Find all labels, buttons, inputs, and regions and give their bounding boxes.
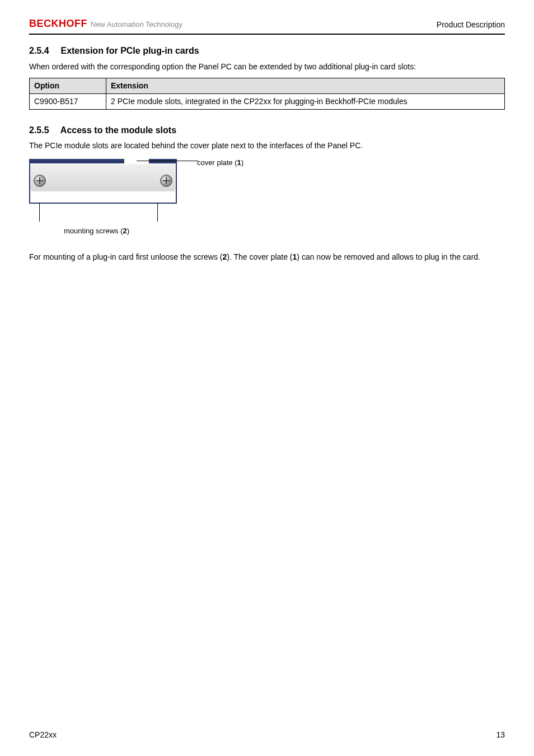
mount-p1: For mounting of a plug-in card first unl… — [29, 252, 223, 261]
header-rule — [29, 34, 505, 35]
leader-line — [137, 161, 198, 161]
option-row: C9900-B517 2 PCIe module slots, integrat… — [30, 93, 505, 109]
option-cell-opt: C9900-B517 — [30, 93, 106, 109]
option-th-option: Option — [30, 78, 106, 93]
section-254-intro: When ordered with the corresponding opti… — [29, 62, 505, 72]
section-254-number: 2.5.4 — [29, 45, 58, 57]
plate-lower-area — [31, 191, 175, 203]
option-cell-ext: 2 PCIe module slots, integrated in the C… — [106, 93, 505, 109]
screw-caption-num: 2 — [123, 227, 127, 235]
screw-caption: mounting screws (2) — [64, 226, 177, 236]
section-254-title: Extension for PCIe plug-in cards — [60, 46, 199, 55]
footer-page-number: 13 — [496, 730, 505, 740]
brand-block: BECKHOFF New Automation Technology — [29, 17, 182, 30]
section-255-intro: The PCIe module slots are located behind… — [29, 140, 505, 151]
footer-left: CP22xx — [29, 730, 57, 740]
mount-p3: ) can now be removed and allows to plug … — [297, 252, 480, 261]
plate-top-slot — [124, 159, 149, 163]
cover-plate-graphic — [29, 159, 177, 204]
screw-icon — [160, 175, 172, 187]
option-table: Option Extension C9900-B517 2 PCIe modul… — [29, 78, 505, 110]
cover-label-num: 1 — [237, 158, 241, 167]
page-footer: CP22xx 13 — [29, 730, 505, 740]
plate-top-bar — [30, 159, 176, 163]
figure-cover-plate: mounting screws (2) cover plate (1) — [29, 159, 505, 245]
section-254-heading: 2.5.4 Extension for PCIe plug-in cards — [29, 45, 505, 57]
leader-line — [39, 203, 40, 222]
cover-label-post: ) — [241, 158, 243, 167]
cover-plate-label: cover plate (1) — [197, 158, 243, 168]
screw-icon — [34, 175, 46, 187]
screw-caption-post: ) — [127, 227, 129, 235]
mounting-paragraph: For mounting of a plug-in card first unl… — [29, 252, 505, 262]
section-255-title: Access to the module slots — [60, 125, 176, 135]
option-th-extension: Extension — [106, 78, 505, 93]
section-255-heading: 2.5.5 Access to the module slots — [29, 124, 505, 137]
mount-p2: ). The cover plate ( — [227, 252, 292, 261]
figure-graphic: mounting screws (2) — [29, 159, 177, 245]
plate-brushed-area — [31, 165, 175, 191]
cover-label-pre: cover plate ( — [197, 158, 237, 167]
header-right-title: Product Description — [437, 20, 505, 30]
section-255-number: 2.5.5 — [29, 124, 58, 137]
brand-logo-text: BECKHOFF — [29, 17, 87, 30]
brand-subtitle: New Automation Technology — [91, 20, 182, 30]
screw-caption-pre: mounting screws ( — [64, 227, 123, 235]
leader-line — [157, 203, 158, 222]
